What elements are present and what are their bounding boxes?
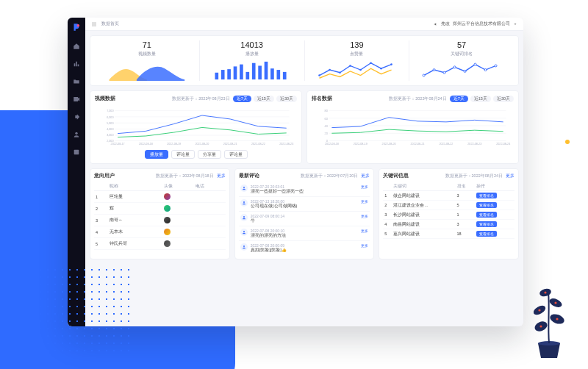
app-logo [71,22,82,32]
svg-point-10 [544,291,546,293]
nav-settings-icon[interactable] [73,148,80,156]
svg-rect-24 [276,70,280,79]
action-share[interactable]: 分享量 [198,150,221,159]
stat-label: 关键词排名 [451,51,473,57]
svg-point-33 [390,63,392,65]
comment-text: 漂亮一些挺好一些漂亮一些 [251,189,359,194]
more-link[interactable]: 更多 [361,173,370,179]
table-row[interactable]: 1巨轮曼 [94,191,226,203]
action-comment2[interactable]: 评论量 [224,150,248,159]
dashboard-window: 数据首页 先改 郑州云平台信息技术有限公司 71 视频数量 [68,18,523,326]
svg-text:2022-08-23: 2022-08-23 [279,143,293,146]
svg-text:2022-08-20: 2022-08-20 [195,143,209,146]
nav-share-icon[interactable] [73,113,80,121]
comment-row[interactable]: 2022-07-20 20:03:01漂亮一些挺好一些漂亮一些更多 [239,182,370,197]
more-link[interactable]: 更多 [506,173,514,179]
comment-row[interactable]: 2022-07-08 20:00:10漂亮的漂亮的方法更多 [239,226,370,241]
svg-text:5,000: 5,000 [107,122,113,125]
svg-point-29 [349,65,351,67]
spark-area [95,60,199,81]
svg-text:2022-08-19: 2022-08-19 [354,143,368,146]
updated-text: 数据更新于：2022年08月24日 [389,96,446,101]
table-row[interactable]: 5钟氏兵哥 [94,238,226,250]
comment-row[interactable]: 2022-07-13 18:28:00公司现在做(公司做网络)更多 [239,197,370,212]
svg-rect-25 [283,72,287,79]
nav-user-icon[interactable] [73,131,80,138]
stat-value: 71 [143,40,151,49]
menu-icon[interactable] [91,21,97,27]
table-row[interactable]: 3长沙网站建设1查看排名 [383,210,514,220]
view-rank-button[interactable]: 查看排名 [476,231,497,237]
stat-keywords: 57 关键词排名 [409,40,514,81]
table-row[interactable]: 4南昌网站建设3查看排名 [383,220,514,229]
stat-plays: 14013 播放量 [200,40,305,81]
svg-point-12 [75,132,77,135]
comment-text: 漂亮的漂亮的方法 [251,233,359,238]
avatar [164,193,171,200]
stat-value: 139 [350,40,363,49]
comment-row[interactable]: 2022-07-08 20:00:09真好[笑脸][笑脸]👍更多 [239,241,370,255]
fans-card: 意向用户 数据更新于：2022年08月18日 更多 昵称 头像 电话 [90,168,230,259]
table-row[interactable]: 4无本木 [94,226,226,238]
comment-text: 牛 [251,218,359,223]
svg-text:7,000: 7,000 [107,110,113,112]
svg-rect-13 [74,150,79,155]
chevron-down-icon[interactable] [513,22,517,26]
range-15d[interactable]: 近15天 [254,96,274,102]
more-link[interactable]: 更多 [217,173,226,179]
stat-likes: 139 点赞量 [305,40,410,81]
nav-home-icon[interactable] [73,43,80,50]
comment-more-link[interactable]: 更多 [361,214,368,223]
comment-more-link[interactable]: 更多 [361,199,368,209]
svg-point-31 [370,62,372,64]
svg-point-8 [538,309,540,311]
comment-more-link[interactable]: 更多 [361,243,368,253]
svg-point-39 [474,63,476,65]
view-rank-button[interactable]: 查看排名 [476,202,497,208]
comment-text: 真好[笑脸][笑脸]👍 [251,248,359,253]
rank-line-chart: 806040200 2022-08-182022-08-192022-08-20… [312,105,514,146]
view-rank-button[interactable]: 查看排名 [476,221,497,227]
comment-more-link[interactable]: 更多 [361,229,368,238]
svg-rect-15 [221,70,225,79]
stat-value: 14013 [240,40,263,49]
stats-card: 71 视频数量 14013 播放量 [90,35,519,86]
svg-rect-20 [252,63,256,79]
notice-label: 先改 [441,21,450,27]
svg-text:4,000: 4,000 [107,128,113,131]
range-15d[interactable]: 近15天 [470,96,491,102]
announce-icon [434,22,438,26]
svg-rect-16 [227,69,231,79]
range-7d[interactable]: 近7天 [450,96,468,102]
stat-value: 57 [457,40,466,49]
view-rank-button[interactable]: 查看排名 [476,212,497,218]
company-name[interactable]: 郑州云平台信息技术有限公司 [453,21,510,27]
nav-video-icon[interactable] [73,96,80,103]
range-30d[interactable]: 近30天 [276,96,297,102]
svg-point-35 [433,69,435,71]
svg-point-28 [339,71,341,74]
svg-text:2022-08-21: 2022-08-21 [411,143,425,146]
card-title: 关键词信息 [383,173,409,179]
table-row[interactable]: 2辉 [94,203,226,215]
table-row[interactable]: 3南哥～ [94,215,226,226]
nav-stats-icon[interactable] [73,60,80,68]
svg-point-32 [380,68,382,70]
action-play[interactable]: 播放量 [145,150,168,159]
table-row[interactable]: 1做企网站建设3查看排名 [383,191,514,201]
view-rank-button[interactable]: 查看排名 [476,193,497,198]
updated-text: 数据更新于：2022年08月18日 [156,173,213,179]
svg-text:80: 80 [325,110,328,112]
nav-folder-icon[interactable] [73,78,80,85]
comment-more-link[interactable]: 更多 [361,184,368,194]
svg-rect-19 [245,72,249,79]
range-30d[interactable]: 近30天 [493,96,514,102]
range-7d[interactable]: 近7天 [233,96,251,102]
breadcrumb: 数据首页 [101,21,119,27]
card-title: 最新评论 [239,173,259,179]
comment-row[interactable]: 2022-07-09 08:00:14牛更多 [239,212,370,226]
svg-point-30 [359,69,362,71]
action-comment[interactable]: 评论量 [171,150,195,159]
table-row[interactable]: 5嘉兴网站建设18查看排名 [383,229,514,239]
table-row[interactable]: 2湛江建设企业会…5查看排名 [383,201,514,210]
